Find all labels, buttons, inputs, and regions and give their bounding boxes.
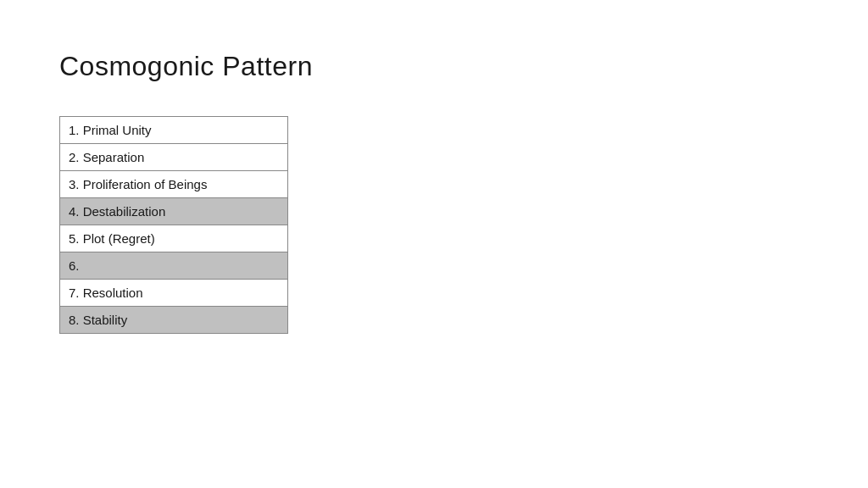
- table-cell: 3. Proliferation of Beings: [60, 171, 288, 198]
- table-row: 8. Stability: [60, 307, 288, 334]
- table-cell: 8. Stability: [60, 307, 288, 334]
- table-row: 6.: [60, 252, 288, 280]
- table-row: 2. Separation: [60, 144, 288, 171]
- page-container: Cosmogonic Pattern 1. Primal Unity2. Sep…: [0, 0, 868, 385]
- table-row: 4. Destabilization: [60, 198, 288, 225]
- table-cell: 5. Plot (Regret): [60, 225, 288, 252]
- table-cell: 2. Separation: [60, 144, 288, 171]
- table-row: 5. Plot (Regret): [60, 225, 288, 252]
- table-row: 3. Proliferation of Beings: [60, 171, 288, 198]
- table-row: 1. Primal Unity: [60, 117, 288, 144]
- table-cell: 7. Resolution: [60, 280, 288, 307]
- page-title: Cosmogonic Pattern: [59, 51, 809, 82]
- table-cell: 4. Destabilization: [60, 198, 288, 225]
- table-cell: 1. Primal Unity: [60, 117, 288, 144]
- table-cell: 6.: [60, 252, 288, 280]
- table-row: 7. Resolution: [60, 280, 288, 307]
- pattern-table: 1. Primal Unity2. Separation3. Prolifera…: [59, 116, 288, 334]
